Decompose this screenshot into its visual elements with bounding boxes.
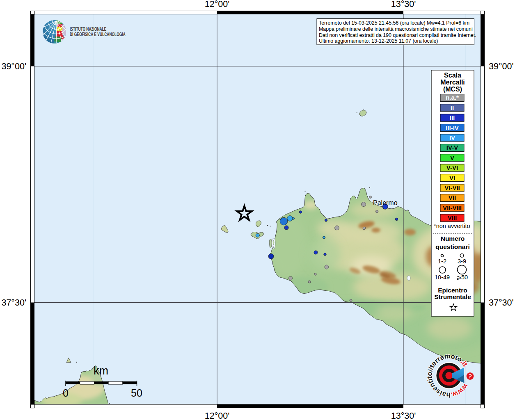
svg-text:VI-VII: VI-VII [444, 184, 460, 191]
svg-text:Epicentro: Epicentro [438, 287, 467, 294]
svg-text:13°30': 13°30' [391, 411, 416, 420]
svg-text:km: km [94, 365, 108, 377]
svg-text:questionari: questionari [435, 243, 470, 250]
svg-text:III-IV: III-IV [446, 124, 459, 131]
svg-text:VII-VIII: VII-VIII [443, 204, 462, 211]
svg-text:Mercalli: Mercalli [440, 79, 465, 86]
svg-text:0: 0 [63, 387, 69, 399]
svg-text:10-49: 10-49 [435, 274, 450, 281]
svg-text:*non avvertito: *non avvertito [434, 223, 470, 229]
svg-text:50: 50 [131, 387, 142, 399]
svg-text:1-2: 1-2 [438, 258, 446, 265]
svg-text:Scala: Scala [444, 72, 461, 79]
svg-text:12°00': 12°00' [205, 0, 230, 9]
svg-text:39°00': 39°00' [489, 62, 514, 71]
svg-text:Mappa preliminare delle intens: Mappa preliminare delle intensità macros… [319, 26, 473, 32]
svg-text:Numero: Numero [441, 235, 465, 242]
svg-text:V: V [450, 154, 454, 161]
svg-text:VII: VII [449, 194, 456, 201]
svg-text:V-VI: V-VI [446, 164, 458, 171]
svg-text:Ultimo aggiornamento: 13-12-20: Ultimo aggiornamento: 13-12-2025 11:07 (… [319, 38, 438, 44]
svg-text:Strumentale: Strumentale [434, 293, 471, 300]
svg-text:⩾50: ⩾50 [456, 274, 468, 281]
svg-text:39°00': 39°00' [1, 62, 26, 71]
svg-text:Terremoto del 15-03-2025 21:45: Terremoto del 15-03-2025 21:45:56 (ora l… [319, 20, 469, 26]
svg-text:VIII: VIII [448, 214, 457, 221]
svg-text:13°30': 13°30' [391, 0, 416, 9]
svg-text:12°00': 12°00' [205, 411, 230, 420]
svg-text:III: III [450, 114, 455, 121]
svg-text:3-9: 3-9 [458, 258, 466, 265]
svg-text:DI GEOFISICA E VULCANOLOGIA: DI GEOFISICA E VULCANOLOGIA [70, 31, 126, 37]
svg-text:Dati non verificati estratti d: Dati non verificati estratti da 190 ques… [319, 32, 476, 38]
svg-text:37°30': 37°30' [489, 298, 514, 308]
svg-text:n.a.*: n.a.* [446, 94, 459, 101]
svg-text:VI: VI [449, 174, 455, 181]
svg-text:II: II [451, 104, 454, 111]
svg-text:Palermo: Palermo [373, 199, 398, 206]
svg-text:IV-V: IV-V [446, 144, 458, 151]
svg-text:(MCS): (MCS) [443, 86, 462, 93]
svg-text:IV: IV [449, 134, 455, 141]
svg-text:37°30': 37°30' [1, 298, 26, 308]
